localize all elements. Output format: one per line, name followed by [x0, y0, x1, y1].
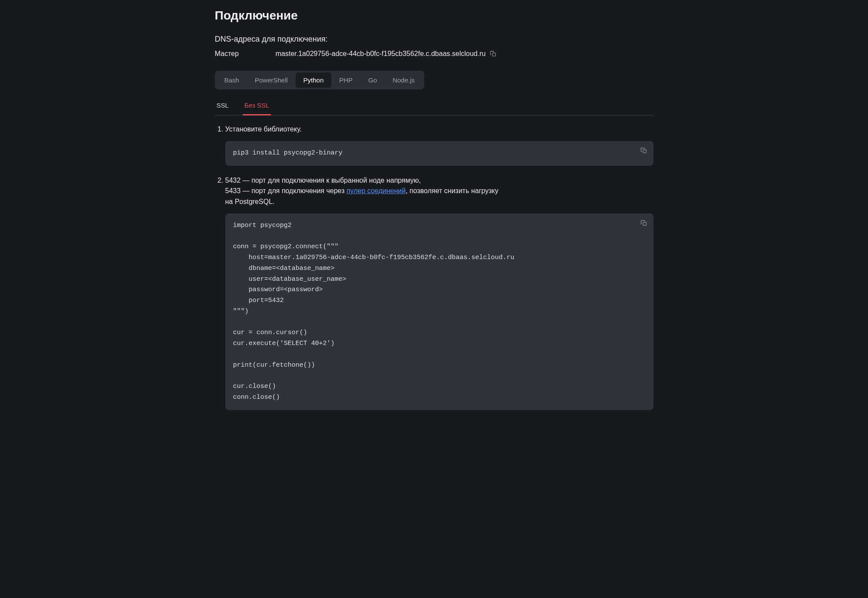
tab-ssl[interactable]: SSL: [215, 97, 231, 115]
dns-heading: DNS-адреса для подключения:: [215, 35, 653, 44]
tab-powershell[interactable]: PowerShell: [247, 72, 296, 88]
tab-nodejs[interactable]: Node.js: [385, 72, 422, 88]
step-2-code: import psycopg2 conn = psycopg2.connect(…: [233, 222, 515, 401]
step-2-line2-suffix: , позволяет снизить нагрузку: [406, 187, 498, 194]
language-tabs: Bash PowerShell Python PHP Go Node.js: [215, 71, 425, 89]
tab-go[interactable]: Go: [360, 72, 385, 88]
step-1-code: pip3 install psycopg2-binary: [233, 149, 343, 157]
svg-rect-1: [643, 150, 646, 153]
dns-master-row: Мастер master.1a029756-adce-44cb-b0fc-f1…: [215, 50, 653, 58]
step-2: 5432 — порт для подключения к выбранной …: [225, 175, 653, 410]
step-2-codeblock: import psycopg2 conn = psycopg2.connect(…: [225, 214, 653, 410]
step-2-line2-prefix: 5433 — порт для подключения через: [225, 187, 347, 194]
copy-icon[interactable]: [490, 50, 497, 57]
step-2-line3: на PostgreSQL.: [225, 198, 275, 205]
step-2-text: 5432 — порт для подключения к выбранной …: [225, 175, 653, 207]
step-2-line1: 5432 — порт для подключения к выбранной …: [225, 177, 421, 184]
svg-rect-0: [492, 53, 495, 56]
dns-master-label: Мастер: [215, 50, 276, 58]
page-title: Подключение: [215, 9, 653, 23]
svg-rect-2: [643, 222, 646, 225]
dns-master-value: master.1a029756-adce-44cb-b0fc-f195cb356…: [276, 50, 486, 58]
tab-php[interactable]: PHP: [331, 72, 360, 88]
pooler-link[interactable]: пулер соединений: [347, 187, 406, 194]
step-1: Установите библиотеку. pip3 install psyc…: [225, 124, 653, 166]
steps-list: Установите библиотеку. pip3 install psyc…: [215, 124, 653, 410]
step-1-codeblock: pip3 install psycopg2-binary: [225, 141, 653, 166]
tab-python[interactable]: Python: [296, 72, 332, 88]
copy-icon[interactable]: [640, 147, 647, 154]
copy-icon[interactable]: [640, 220, 647, 227]
ssl-tabs: SSL Без SSL: [215, 97, 653, 115]
tab-bash[interactable]: Bash: [217, 72, 247, 88]
step-1-text: Установите библиотеку.: [225, 124, 653, 135]
tab-no-ssl[interactable]: Без SSL: [243, 97, 271, 115]
